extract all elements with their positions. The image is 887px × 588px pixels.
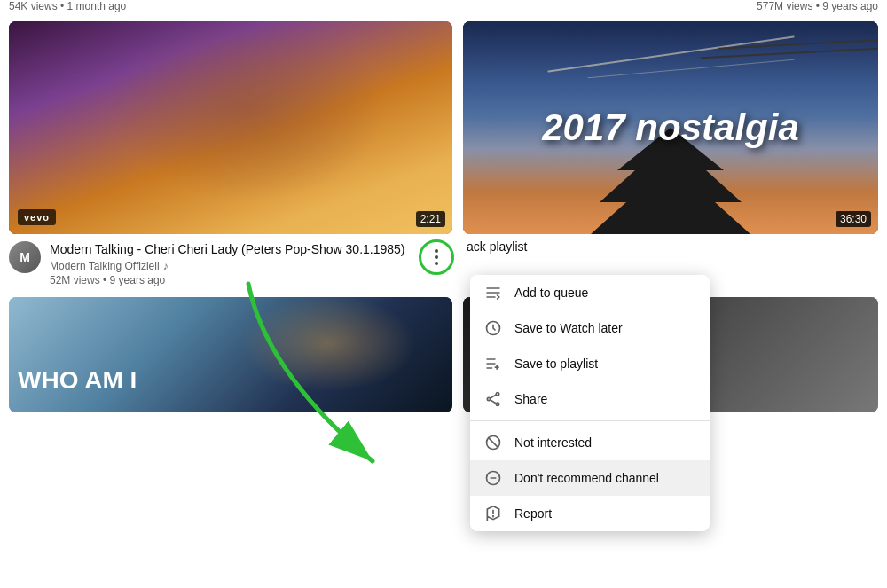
channel-name: Modern Talking Offiziell ♪ xyxy=(50,260,426,272)
menu-item-add-to-queue[interactable]: Add to queue xyxy=(470,275,710,310)
right-thumb-bg: 2017 nostalgia xyxy=(463,21,878,234)
left-column: vevo 2:21 M Modern Talking - Cheri Cheri… xyxy=(9,21,452,286)
svg-point-9 xyxy=(496,393,498,396)
who-am-i-text: WHO AM I xyxy=(18,366,137,395)
svg-point-11 xyxy=(496,403,498,405)
bottom-row: WHO AM I NE & RAINBOWS ife xyxy=(0,297,887,412)
right-thumbnail[interactable]: 2017 nostalgia 36:30 xyxy=(463,21,878,234)
context-menu: Add to queueSave to Watch laterSave to p… xyxy=(470,275,710,531)
left-video-info: M Modern Talking - Cheri Cheri Lady (Pet… xyxy=(9,241,452,286)
menu-separator xyxy=(470,420,710,421)
content-area: vevo 2:21 M Modern Talking - Cheri Cheri… xyxy=(0,21,887,286)
menu-label-report: Report xyxy=(514,506,552,521)
right-duration: 36:30 xyxy=(836,211,871,227)
video-stats: 52M views • 9 years ago xyxy=(50,274,426,286)
svg-line-15 xyxy=(488,437,498,448)
playlist-label: ack playlist xyxy=(467,239,875,254)
svg-point-19 xyxy=(493,516,494,517)
menu-item-save-to-playlist[interactable]: Save to playlist xyxy=(470,346,710,381)
svg-point-10 xyxy=(487,397,490,400)
left-duration: 2:21 xyxy=(416,211,445,227)
menu-item-dont-recommend[interactable]: Don't recommend channel xyxy=(470,460,710,496)
left-thumb-bg xyxy=(9,21,452,234)
menu-label-not-interested: Not interested xyxy=(514,435,592,450)
nostalgia-text: 2017 nostalgia xyxy=(542,106,798,149)
svg-line-13 xyxy=(491,400,497,404)
video-title: Modern Talking - Cheri Cheri Lady (Peter… xyxy=(50,241,426,257)
report-icon xyxy=(484,505,502,522)
more-options-button[interactable] xyxy=(419,239,454,275)
share-icon xyxy=(484,390,502,408)
right-thumb-meta: ack playlist xyxy=(463,239,878,254)
svg-line-12 xyxy=(491,395,497,398)
menu-item-report[interactable]: Report xyxy=(470,496,710,531)
menu-item-save-to-watch-later[interactable]: Save to Watch later xyxy=(470,310,710,346)
menu-label-add-to-queue: Add to queue xyxy=(514,286,588,300)
menu-label-dont-recommend: Don't recommend channel xyxy=(514,471,659,485)
watch-later-icon xyxy=(484,319,502,337)
music-note-icon: ♪ xyxy=(163,260,169,272)
menu-item-not-interested[interactable]: Not interested xyxy=(470,425,710,460)
video-details: Modern Talking - Cheri Cheri Lady (Peter… xyxy=(50,241,426,286)
top-meta-row: 54K views • 1 month ago 577M views • 9 y… xyxy=(0,0,887,12)
playlist-add-icon xyxy=(484,355,502,372)
menu-label-share: Share xyxy=(514,392,547,406)
not-interested-icon xyxy=(484,434,502,451)
menu-item-share[interactable]: Share xyxy=(470,381,710,417)
three-dots-icon xyxy=(435,249,438,265)
left-video-top-meta: 54K views • 1 month ago xyxy=(9,0,126,12)
bottom-left-thumbnail[interactable]: WHO AM I xyxy=(9,297,452,412)
right-video-top-meta: 577M views • 9 years ago xyxy=(757,0,878,12)
queue-icon xyxy=(484,284,502,302)
menu-label-save-to-watch-later: Save to Watch later xyxy=(514,321,623,335)
channel-avatar: M xyxy=(9,241,41,273)
dont-recommend-icon xyxy=(484,469,502,487)
vevo-badge: vevo xyxy=(18,209,56,225)
left-thumbnail[interactable]: vevo 2:21 xyxy=(9,21,452,234)
menu-label-save-to-playlist: Save to playlist xyxy=(514,357,598,371)
right-column: 2017 nostalgia 36:30 ack playlist xyxy=(463,21,878,286)
